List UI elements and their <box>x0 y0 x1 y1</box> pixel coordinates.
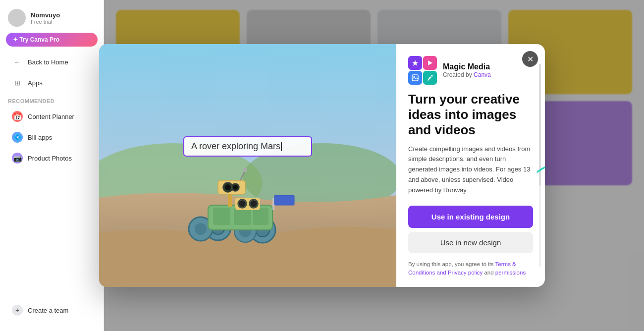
svg-rect-29 <box>274 195 294 205</box>
video-icon <box>427 59 433 66</box>
terms-middle: and <box>483 270 495 276</box>
app-icon-blue <box>408 71 422 85</box>
created-by-text: Created by <box>443 71 472 78</box>
svg-rect-13 <box>234 208 251 225</box>
magic-icon <box>412 59 419 66</box>
app-icon-pink <box>423 56 437 70</box>
svg-point-27 <box>243 168 247 172</box>
modal-title: Turn your creative ideas into images and… <box>408 92 533 138</box>
app-name: Magic Media <box>443 62 491 71</box>
terms-prefix: By using this app, you agree to its <box>408 261 495 267</box>
modal: ✕ <box>99 44 545 287</box>
app-icon-teal <box>423 71 437 85</box>
teal-arrow <box>535 152 545 177</box>
arrow-indicator <box>535 152 545 179</box>
svg-rect-32 <box>412 75 418 81</box>
terms-area: By using this app, you agree to its Term… <box>408 260 533 277</box>
svg-marker-30 <box>412 60 418 66</box>
app-icons <box>408 56 437 85</box>
close-button[interactable]: ✕ <box>522 51 538 67</box>
brush-icon <box>427 74 433 81</box>
app-header: Magic Media Created by Canva <box>408 56 533 85</box>
app-icon-purple <box>408 56 422 70</box>
app-icon-row-2 <box>408 71 437 85</box>
modal-right-panel: Magic Media Created by Canva Turn your c… <box>396 44 545 287</box>
modal-image-panel: A rover exploring Mars <box>99 44 396 287</box>
mars-image: A rover exploring Mars <box>99 44 396 287</box>
svg-rect-12 <box>213 208 230 225</box>
modal-description: Create compelling images and videos from… <box>408 144 533 197</box>
svg-point-19 <box>250 200 257 207</box>
app-info: Magic Media Created by Canva <box>443 62 491 78</box>
creator-link[interactable]: Canva <box>474 71 491 78</box>
mars-scene-svg <box>99 44 396 287</box>
svg-rect-28 <box>272 198 274 210</box>
app-icon-row-1 <box>408 56 437 70</box>
use-new-button[interactable]: Use in new design <box>408 232 533 253</box>
svg-point-25 <box>233 185 238 190</box>
app-creator: Created by Canva <box>443 71 491 78</box>
modal-overlay: ✕ <box>0 0 644 331</box>
svg-point-10 <box>195 223 207 235</box>
cursor <box>281 142 282 151</box>
image-prompt-input[interactable]: A rover exploring Mars <box>183 136 312 157</box>
permissions-link[interactable]: permissions <box>495 270 526 276</box>
image-icon <box>412 74 419 81</box>
svg-point-17 <box>239 200 246 207</box>
svg-rect-14 <box>253 208 268 225</box>
image-prompt-text: A rover exploring Mars <box>191 141 280 151</box>
svg-marker-31 <box>428 60 432 65</box>
use-existing-button[interactable]: Use in existing design <box>408 206 533 228</box>
svg-point-23 <box>225 184 231 190</box>
close-icon: ✕ <box>527 55 534 64</box>
